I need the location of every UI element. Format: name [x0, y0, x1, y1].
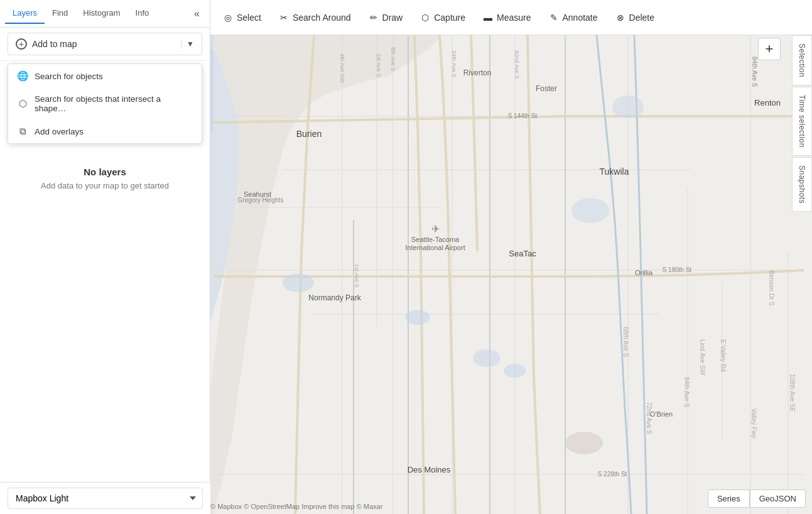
- search-around-label: Search Around: [293, 13, 351, 23]
- search-around-icon: ✂: [279, 13, 289, 23]
- svg-text:E Valley Rd: E Valley Rd: [720, 339, 727, 372]
- sidebar-tabs: Layers Find Histogram Info «: [0, 0, 210, 28]
- select-button[interactable]: ◎ Select: [215, 9, 269, 26]
- svg-point-24: [504, 364, 526, 378]
- svg-text:Benson Dr S: Benson Dr S: [768, 270, 775, 306]
- delete-icon: ⊗: [615, 13, 625, 23]
- capture-button[interactable]: ⬡ Capture: [413, 9, 473, 26]
- dropdown-menu: 🌐 Search for objects ⬡ Search for object…: [8, 63, 202, 144]
- svg-text:Renton: Renton: [754, 98, 781, 107]
- search-objects-intersect-label: Search for objects that intersect a shap…: [35, 94, 193, 113]
- svg-point-22: [405, 310, 430, 325]
- add-to-map-button[interactable]: + Add to map ▼: [8, 33, 202, 55]
- layers-icon: ⧉: [17, 126, 28, 137]
- geojson-button[interactable]: GeoJSON: [750, 489, 806, 508]
- svg-text:84th Ave S: 84th Ave S: [683, 377, 690, 408]
- svg-text:1st Ave S: 1st Ave S: [376, 53, 382, 77]
- sidebar: Layers Find Histogram Info « + Add to ma…: [0, 0, 210, 514]
- no-layers-section: No layers Add data to your map to get st…: [0, 146, 210, 211]
- add-to-map-container: + Add to map ▼: [0, 28, 210, 61]
- annotate-icon: ✎: [549, 13, 559, 23]
- select-icon: ◎: [223, 13, 233, 23]
- export-buttons: Series GeoJSON: [708, 489, 806, 508]
- svg-text:Burien: Burien: [296, 129, 322, 139]
- svg-text:108th Ave SE: 108th Ave SE: [789, 374, 796, 412]
- search-objects-label: Search for objects: [35, 72, 103, 81]
- add-overlays-item[interactable]: ⧉ Add overlays: [8, 119, 202, 143]
- svg-text:SeaTac: SeaTac: [509, 249, 536, 258]
- measure-button[interactable]: ▬ Measure: [475, 9, 538, 26]
- basemap-selector: Mapbox Light: [0, 482, 210, 514]
- svg-text:Valley Fwy: Valley Fwy: [750, 408, 757, 439]
- right-panels: Selection Time selection Snapshots: [792, 35, 812, 213]
- svg-text:Tukwila: Tukwila: [600, 167, 629, 177]
- measure-icon: ▬: [483, 13, 493, 23]
- delete-label: Delete: [629, 13, 654, 23]
- add-to-map-left: + Add to map: [16, 38, 77, 50]
- annotate-button[interactable]: ✎ Annotate: [541, 9, 605, 26]
- svg-text:Lind Ave SW: Lind Ave SW: [699, 339, 706, 376]
- add-overlays-label: Add overlays: [35, 127, 84, 136]
- map-attribution: © Mapbox © OpenStreetMap Improve this ma…: [210, 503, 382, 510]
- svg-text:72nd Ave S: 72nd Ave S: [646, 402, 652, 434]
- tab-layers[interactable]: Layers: [5, 3, 45, 24]
- selection-panel-button[interactable]: Selection: [792, 35, 812, 85]
- svg-text:Riverton: Riverton: [463, 68, 492, 77]
- svg-text:84th Ave S: 84th Ave S: [751, 57, 758, 87]
- series-button[interactable]: Series: [708, 489, 750, 508]
- basemap-select[interactable]: Mapbox Light: [8, 488, 203, 509]
- svg-point-26: [612, 96, 644, 118]
- capture-icon: ⬡: [420, 13, 430, 23]
- svg-text:Normandy Park: Normandy Park: [308, 293, 361, 302]
- svg-text:S 228th St: S 228th St: [598, 471, 627, 478]
- svg-text:Foster: Foster: [536, 84, 557, 93]
- measure-label: Measure: [497, 13, 531, 23]
- svg-text:4th Ave SW: 4th Ave SW: [339, 53, 345, 83]
- search-objects-item[interactable]: 🌐 Search for objects: [8, 64, 202, 88]
- svg-text:O'Brien: O'Brien: [650, 410, 673, 418]
- svg-text:24th Ave S: 24th Ave S: [451, 50, 457, 77]
- annotate-label: Annotate: [563, 13, 598, 23]
- svg-text:42nd Ave S: 42nd Ave S: [514, 50, 520, 79]
- svg-point-28: [565, 432, 603, 454]
- search-around-button[interactable]: ✂ Search Around: [271, 9, 359, 26]
- toolbar: ◎ Select ✂ Search Around ✏ Draw ⬡ Captur…: [210, 0, 812, 35]
- svg-point-25: [571, 198, 609, 223]
- no-layers-title: No layers: [10, 167, 200, 177]
- snapshots-panel-button[interactable]: Snapshots: [792, 157, 812, 212]
- collapse-button[interactable]: «: [189, 6, 205, 22]
- svg-text:Orillia: Orillia: [635, 269, 653, 276]
- svg-text:8th Ave S: 8th Ave S: [390, 47, 396, 71]
- draw-label: Draw: [382, 13, 403, 23]
- draw-button[interactable]: ✏ Draw: [361, 9, 411, 26]
- svg-text:International Airport: International Airport: [405, 244, 465, 251]
- draw-icon: ✏: [369, 13, 379, 23]
- tab-find[interactable]: Find: [45, 3, 75, 24]
- map-zoom-plus-button[interactable]: +: [758, 38, 781, 60]
- svg-text:68th Ave S: 68th Ave S: [622, 327, 629, 358]
- select-label: Select: [237, 13, 261, 23]
- tab-info[interactable]: Info: [128, 3, 157, 24]
- svg-point-21: [283, 273, 314, 292]
- svg-text:S 180th St: S 180th St: [663, 266, 692, 273]
- dropdown-arrow-icon: ▼: [181, 40, 194, 48]
- no-layers-subtitle: Add data to your map to get started: [10, 181, 200, 190]
- svg-text:Gregory Heights: Gregory Heights: [238, 197, 284, 204]
- globe-icon: 🌐: [17, 70, 28, 82]
- delete-button[interactable]: ⊗ Delete: [608, 9, 662, 26]
- svg-text:✈: ✈: [431, 224, 440, 234]
- time-selection-panel-button[interactable]: Time selection: [792, 87, 812, 156]
- search-objects-intersect-item[interactable]: ⬡ Search for objects that intersect a sh…: [8, 88, 202, 119]
- svg-point-23: [473, 349, 501, 367]
- add-to-map-label: Add to map: [32, 39, 77, 49]
- svg-text:Seattle-Tacoma: Seattle-Tacoma: [411, 236, 460, 243]
- hexagon-icon: ⬡: [17, 98, 28, 109]
- plus-circle-icon: +: [16, 38, 27, 50]
- capture-label: Capture: [434, 13, 465, 23]
- svg-text:Des Moines: Des Moines: [408, 465, 451, 474]
- svg-text:S 144th St: S 144th St: [508, 112, 538, 119]
- svg-text:1st Ave S: 1st Ave S: [354, 264, 360, 288]
- tab-histogram[interactable]: Histogram: [75, 3, 127, 24]
